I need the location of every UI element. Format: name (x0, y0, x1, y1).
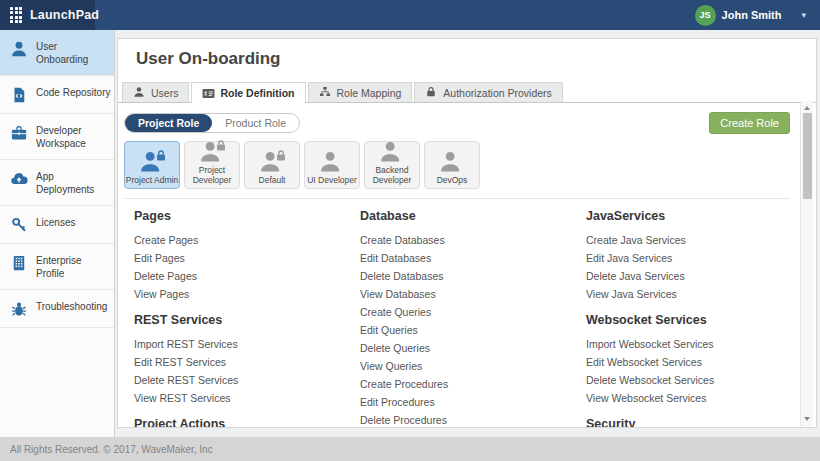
tab-role-mapping[interactable]: Role Mapping (308, 82, 413, 102)
permission-item: Delete Websocket Services (586, 371, 812, 389)
page-title: User On-boarding (136, 49, 816, 69)
permission-item: Delete Pages (134, 267, 360, 285)
section-heading: Pages (134, 209, 360, 223)
sidebar-item-user-onboarding[interactable]: User Onboarding (0, 30, 114, 76)
person-icon (378, 140, 406, 163)
app-logo[interactable]: LaunchPad (0, 0, 95, 30)
tab-label: Users (151, 87, 178, 99)
sidebar-item-label: Licenses (36, 215, 75, 229)
sidebar-item-developer-workspace[interactable]: Developer Workspace (0, 114, 114, 160)
permission-item: Edit REST Services (134, 353, 360, 371)
permission-item: Edit Databases (360, 249, 586, 267)
permission-item: View Pages (134, 285, 360, 303)
permissions-column-3: JavaServices Create Java Services Edit J… (586, 199, 812, 428)
content-panel: User On-boarding Users Role Definition R… (117, 38, 817, 428)
section-heading: Websocket Services (586, 313, 812, 327)
briefcase-icon (10, 124, 28, 142)
app-title: LaunchPad (30, 8, 99, 22)
permissions-column-2: Database Create Databases Edit Databases… (360, 199, 586, 428)
permission-item: Import Websocket Services (586, 335, 812, 353)
permission-item: View Databases (360, 285, 586, 303)
toggle-project-role[interactable]: Project Role (125, 114, 212, 132)
scroll-down-icon[interactable] (801, 415, 813, 425)
role-card-project-admin[interactable]: Project Admin (124, 141, 180, 189)
role-definition-pane: Project Role Product Role Create Role Pr… (118, 103, 816, 428)
section-heading: Database (360, 209, 586, 223)
role-card-label: DevOps (437, 176, 468, 186)
toggle-product-role[interactable]: Product Role (212, 114, 299, 132)
section-heading: Security (586, 417, 812, 428)
person-lock-icon (258, 150, 286, 173)
user-icon (10, 40, 28, 58)
code-file-icon (10, 86, 28, 104)
role-card-label: Backend Developer (365, 166, 419, 185)
role-card-project-developer[interactable]: Project Developer (184, 141, 240, 189)
main-area: User On-boarding Users Role Definition R… (115, 30, 820, 437)
app-window: LaunchPad JS John Smith ▾ User Onboardin… (0, 0, 820, 461)
role-card-label: UI Developer (307, 176, 357, 186)
user-icon (133, 86, 146, 99)
role-card-default[interactable]: Default (244, 141, 300, 189)
role-card-devops[interactable]: DevOps (424, 141, 480, 189)
id-card-icon (202, 87, 215, 100)
permission-item: Edit Websocket Services (586, 353, 812, 371)
permission-item: Create Queries (360, 303, 586, 321)
create-role-button[interactable]: Create Role (709, 112, 790, 134)
section-heading: REST Services (134, 313, 360, 327)
person-icon (438, 150, 466, 173)
permission-item: View REST Services (134, 389, 360, 407)
apps-grid-icon[interactable] (10, 7, 22, 24)
section-heading: Project Actions (134, 417, 360, 428)
permission-item: Create Databases (360, 231, 586, 249)
permission-item: View Websocket Services (586, 389, 812, 407)
permission-item: Import REST Services (134, 335, 360, 353)
permission-item: View Queries (360, 357, 586, 375)
toolbar: Project Role Product Role Create Role (124, 111, 790, 135)
sidebar-item-label: App Deployments (36, 169, 112, 196)
permission-item: Create Pages (134, 231, 360, 249)
section-heading: JavaServices (586, 209, 812, 223)
role-card-label: Project Developer (185, 166, 239, 185)
role-card-ui-developer[interactable]: UI Developer (304, 141, 360, 189)
permission-item: Edit Queries (360, 321, 586, 339)
role-card-backend-developer[interactable]: Backend Developer (364, 141, 420, 189)
permissions-list: Pages Create Pages Edit Pages Delete Pag… (124, 199, 790, 428)
sidebar-item-label: Developer Workspace (36, 123, 112, 150)
sidebar-item-label: Troubleshooting (36, 299, 107, 313)
sidebar-item-troubleshooting[interactable]: Troubleshooting (0, 290, 114, 328)
sidebar-item-enterprise-profile[interactable]: Enterprise Profile (0, 244, 114, 290)
role-card-label: Project Admin (126, 176, 178, 186)
tab-label: Role Mapping (337, 87, 402, 99)
permission-item: Delete REST Services (134, 371, 360, 389)
permission-item: Create Procedures (360, 375, 586, 393)
avatar: JS (695, 5, 716, 26)
permission-item: Delete Procedures (360, 411, 586, 428)
scroll-up-icon[interactable] (801, 102, 813, 112)
person-lock-icon (138, 150, 166, 173)
sidebar-item-licenses[interactable]: Licenses (0, 206, 114, 244)
role-type-toggle: Project Role Product Role (124, 113, 300, 133)
tab-bar: Users Role Definition Role Mapping Autho… (118, 82, 816, 103)
permission-item: Edit Pages (134, 249, 360, 267)
scrollbar-thumb[interactable] (803, 113, 812, 199)
tab-users[interactable]: Users (122, 82, 189, 102)
permissions-column-1: Pages Create Pages Edit Pages Delete Pag… (134, 199, 360, 428)
tab-role-definition[interactable]: Role Definition (191, 82, 305, 103)
permission-item: Create Java Services (586, 231, 812, 249)
tab-label: Role Definition (220, 87, 294, 99)
permission-item: Delete Java Services (586, 267, 812, 285)
user-menu[interactable]: JS John Smith ▾ (695, 5, 820, 26)
username: John Smith (722, 9, 782, 21)
role-cards: Project Admin Project Developer Default (124, 141, 790, 189)
sidebar-item-label: Enterprise Profile (36, 253, 112, 280)
copyright-text: All Rights Reserved. © 2017, WaveMaker, … (10, 444, 213, 455)
sidebar-item-app-deployments[interactable]: App Deployments (0, 160, 114, 206)
vertical-scrollbar[interactable] (800, 101, 813, 426)
permission-item: Delete Queries (360, 339, 586, 357)
sidebar-item-code-repository[interactable]: Code Repository (0, 76, 114, 114)
sitemap-icon (319, 86, 332, 99)
tab-label: Authorization Providers (443, 87, 552, 99)
chevron-down-icon: ▾ (801, 10, 806, 20)
tab-authorization-providers[interactable]: Authorization Providers (414, 82, 563, 102)
top-header: LaunchPad JS John Smith ▾ (0, 0, 820, 30)
